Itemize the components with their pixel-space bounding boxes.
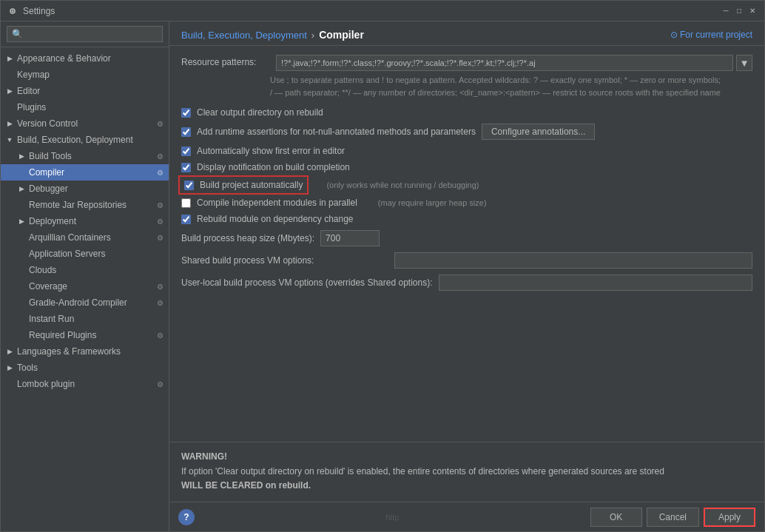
breadcrumb-link[interactable]: Build, Execution, Deployment <box>181 30 307 41</box>
user-vm-input[interactable] <box>439 275 753 291</box>
sidebar-item-compiler[interactable]: Compiler ⚙ <box>1 164 169 181</box>
breadcrumb: Build, Execution, Deployment › Compiler <box>181 29 364 41</box>
minimize-button[interactable]: ─ <box>720 5 732 17</box>
show-first-error-label: Automatically show first error in editor <box>197 146 345 156</box>
arrow-icon <box>16 215 27 227</box>
sidebar-item-label: Deployment <box>27 216 154 226</box>
configure-annotations-button[interactable]: Configure annotations... <box>482 124 595 140</box>
breadcrumb-current: Compiler <box>319 29 364 41</box>
shared-vm-input[interactable] <box>394 252 752 269</box>
cancel-button[interactable]: Cancel <box>647 508 699 527</box>
runtime-assertions-checkbox[interactable] <box>181 127 191 137</box>
action-buttons: OK Cancel Apply <box>590 508 755 527</box>
clear-output-checkbox[interactable] <box>181 108 191 118</box>
build-auto-checkbox[interactable] <box>184 181 194 190</box>
arrow-icon <box>16 166 27 178</box>
resource-patterns-input[interactable] <box>276 55 733 71</box>
arrow-icon <box>16 150 27 162</box>
rebuild-dependency-label: Rebuild module on dependency change <box>197 214 354 224</box>
sidebar-item-instant-run[interactable]: Instant Run <box>1 311 169 327</box>
ok-button[interactable]: OK <box>590 508 642 527</box>
search-input[interactable] <box>7 26 163 42</box>
sidebar-item-keymap[interactable]: Keymap <box>1 67 169 83</box>
display-notification-row: Display notification on build completion <box>181 162 752 172</box>
for-project-link[interactable]: ⊙ For current project <box>670 30 752 40</box>
window-title: Settings <box>23 6 55 16</box>
sidebar-item-plugins[interactable]: Plugins <box>1 99 169 115</box>
sidebar-item-clouds[interactable]: Clouds <box>1 262 169 278</box>
settings-icon: ⚙ <box>154 199 166 211</box>
arrow-icon <box>4 378 16 390</box>
rebuild-dependency-checkbox[interactable] <box>181 215 191 224</box>
user-vm-row: User-local build process VM options (ove… <box>181 275 752 291</box>
arrow-icon <box>4 346 16 357</box>
arrow-icon <box>4 134 16 146</box>
sidebar-item-lombok[interactable]: Lombok plugin ⚙ <box>1 376 169 392</box>
settings-window: Settings ─ □ ✕ Appearance & Behavior <box>0 0 765 532</box>
apply-button[interactable]: Apply <box>704 508 755 527</box>
sidebar-item-build-tools[interactable]: Build Tools ⚙ <box>1 148 169 164</box>
maximize-button[interactable]: □ <box>733 5 745 17</box>
sidebar-tree: Appearance & Behavior Keymap Editor Plug… <box>1 47 169 531</box>
sidebar-item-label: Arquillian Containers <box>27 232 154 243</box>
sidebar-item-coverage[interactable]: Coverage ⚙ <box>1 278 169 294</box>
sidebar-item-label: Clouds <box>27 265 166 275</box>
sidebar-item-label: Plugins <box>16 102 166 112</box>
sidebar-item-languages[interactable]: Languages & Frameworks <box>1 343 169 360</box>
arrow-icon <box>4 53 16 64</box>
sidebar: Appearance & Behavior Keymap Editor Plug… <box>1 21 169 531</box>
sidebar-item-label: Instant Run <box>27 314 166 324</box>
search-box <box>1 21 169 47</box>
title-bar: Settings ─ □ ✕ <box>1 1 764 21</box>
hint-text: Use ; to separate patterns and ! to nega… <box>181 74 752 98</box>
help-button[interactable]: ? <box>178 509 195 525</box>
show-first-error-checkbox[interactable] <box>181 147 191 156</box>
sidebar-item-editor[interactable]: Editor <box>1 83 169 99</box>
sidebar-item-label: Lombok plugin <box>16 379 154 389</box>
shared-vm-row: Shared build process VM options: <box>181 252 752 269</box>
for-project-label: ⊙ For current project <box>670 30 752 40</box>
build-auto-row: Build project automatically <box>181 178 306 192</box>
compile-parallel-checkbox[interactable] <box>181 198 191 208</box>
resource-expand-button[interactable]: ▼ <box>736 55 752 71</box>
clear-output-label: Clear output directory on rebuild <box>197 107 323 118</box>
compile-parallel-row: Compile independent modules in parallel <box>181 198 357 208</box>
settings-icon: ⚙ <box>154 378 166 390</box>
display-notification-checkbox[interactable] <box>181 163 191 172</box>
close-button[interactable]: ✕ <box>747 5 758 17</box>
settings-icon: ⚙ <box>154 232 166 243</box>
shared-vm-label: Shared build process VM options: <box>181 255 388 266</box>
display-notification-label: Display notification on build completion <box>197 162 350 172</box>
sidebar-item-required-plugins[interactable]: Required Plugins ⚙ <box>1 327 169 343</box>
sidebar-item-label: Tools <box>16 363 166 373</box>
sidebar-item-build-exec[interactable]: Build, Execution, Deployment <box>1 132 169 148</box>
sidebar-item-tools[interactable]: Tools <box>1 360 169 376</box>
warning-text-1: If option 'Clear output directory on reb… <box>181 466 664 477</box>
sidebar-item-gradle-android[interactable]: Gradle-Android Compiler ⚙ <box>1 294 169 311</box>
sidebar-item-label: Appearance & Behavior <box>16 53 166 64</box>
sidebar-item-app-servers[interactable]: Application Servers <box>1 246 169 262</box>
sidebar-item-appearance[interactable]: Appearance & Behavior <box>1 50 169 67</box>
sidebar-item-debugger[interactable]: Debugger <box>1 181 169 197</box>
arrow-icon <box>16 183 27 195</box>
sidebar-item-version-control[interactable]: Version Control ⚙ <box>1 115 169 132</box>
sidebar-item-label: Keymap <box>16 70 166 80</box>
sidebar-item-label: Build Tools <box>27 151 154 161</box>
build-auto-note: (only works while not running / debuggin… <box>326 181 479 189</box>
settings-body: Resource patterns: ▼ Use ; to separate p… <box>169 46 764 442</box>
breadcrumb-separator: › <box>311 30 314 41</box>
build-auto-label: Build project automatically <box>200 180 303 190</box>
sidebar-item-label: Coverage <box>27 281 154 292</box>
warning-area: WARNING! If option 'Clear output directo… <box>169 442 764 502</box>
resource-patterns-label: Resource patterns: <box>181 55 270 67</box>
sidebar-item-arquillian[interactable]: Arquillian Containers ⚙ <box>1 229 169 246</box>
sidebar-item-label: Version Control <box>16 118 154 129</box>
bottom-bar: ? http OK Cancel Apply <box>169 502 764 531</box>
heap-size-input[interactable] <box>320 230 380 246</box>
arrow-icon <box>16 248 27 260</box>
settings-icon: ⚙ <box>154 150 166 162</box>
sidebar-item-deployment[interactable]: Deployment ⚙ <box>1 213 169 229</box>
sidebar-item-remote-jar[interactable]: Remote Jar Repositories ⚙ <box>1 197 169 213</box>
arrow-icon <box>4 85 16 97</box>
sidebar-item-label: Build, Execution, Deployment <box>16 135 166 145</box>
